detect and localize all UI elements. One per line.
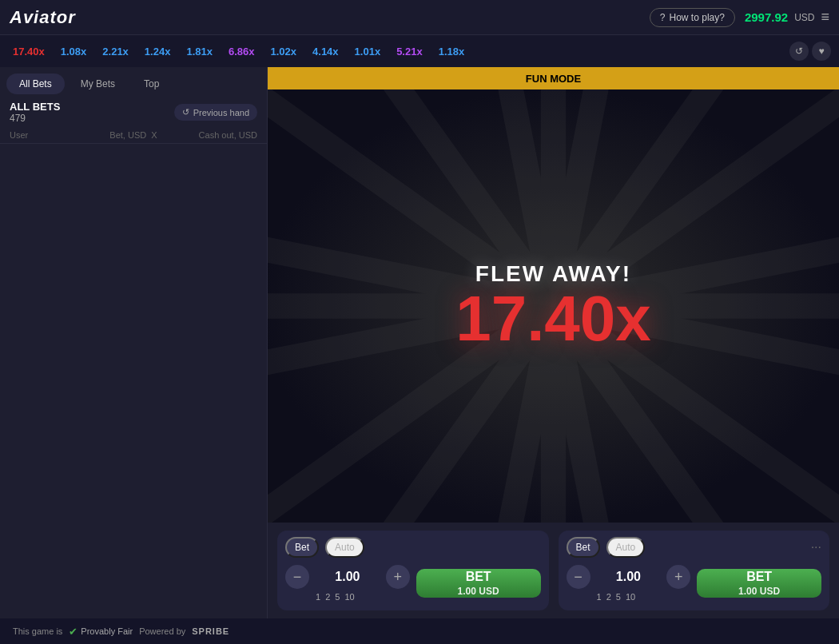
how-to-play-button[interactable]: ? How to play?	[650, 8, 735, 27]
decrease-bet-2[interactable]: −	[567, 565, 590, 589]
bet-button-2[interactable]: BET 1.00 USD	[697, 569, 821, 598]
multiplier-value[interactable]: 4.14x	[308, 44, 344, 59]
question-icon: ?	[660, 12, 666, 23]
multiplier-value[interactable]: 1.01x	[350, 44, 386, 59]
tab-bet-2[interactable]: Bet	[567, 537, 600, 558]
fun-mode-banner: FUN MODE	[268, 67, 839, 89]
tab-all-bets[interactable]: All Bets	[6, 74, 65, 94]
bet-amount-value-1: 1.00	[316, 570, 380, 584]
footer: This game is ✔ Provably Fair Powered by …	[0, 618, 839, 644]
bets-count: 479	[10, 113, 60, 124]
multiplier-value[interactable]: 1.18x	[434, 44, 470, 59]
quick-1-1[interactable]: 1	[316, 592, 320, 602]
bets-columns: User Bet, USD X Cash out, USD	[0, 127, 267, 144]
tab-bet-1[interactable]: Bet	[285, 537, 319, 558]
bet-label-1: BET	[466, 569, 491, 586]
tab-auto-1[interactable]: Auto	[325, 537, 364, 558]
bets-title: ALL BETS	[10, 101, 60, 113]
refresh-icon: ↺	[182, 107, 189, 117]
bet-usd-1: 1.00 USD	[458, 586, 499, 598]
shield-icon: ✔	[69, 626, 78, 638]
provably-fair-badge: ✔ Provably Fair	[69, 626, 133, 638]
history-icon[interactable]: ↺	[789, 42, 809, 61]
logo-text: Aviator	[10, 7, 76, 27]
bet-amount-value-2: 1.00	[597, 570, 661, 584]
quick-2-2[interactable]: 2	[606, 592, 611, 602]
flew-away-multiplier: 17.40x	[455, 287, 651, 351]
bets-tabs: All Bets My Bets Top	[0, 67, 267, 94]
footer-powered-by: Powered by	[139, 626, 185, 636]
bet-tabs-1: Bet Auto	[285, 537, 541, 558]
multiplier-value[interactable]: 2.21x	[97, 44, 133, 59]
quick-10-1[interactable]: 10	[344, 592, 354, 602]
quick-5-1[interactable]: 5	[335, 592, 340, 602]
betting-controls: Bet Auto − 1.00 + 1 2 5	[268, 523, 839, 618]
multiplier-value[interactable]: 17.40x	[8, 44, 50, 59]
multiplier-value[interactable]: 6.86x	[224, 44, 260, 59]
decrease-bet-1[interactable]: −	[285, 565, 309, 589]
heart-icon[interactable]: ♥	[812, 42, 831, 61]
bet-row-bottom-2: − 1.00 + 1 2 5 10 BET 1.00 USD	[567, 563, 822, 604]
bets-list	[0, 144, 267, 618]
bet-amount-row-1: − 1.00 +	[285, 565, 410, 589]
multiplier-value[interactable]: 1.81x	[181, 44, 217, 59]
bet-amount-row-2: − 1.00 +	[567, 565, 691, 589]
prev-hand-label: Previous hand	[193, 108, 249, 117]
header: Aviator ? How to play? 2997.92 USD ≡	[0, 0, 839, 35]
increase-bet-1[interactable]: +	[386, 565, 410, 589]
game-area: FUN MODE	[268, 67, 839, 618]
bets-header: ALL BETS 479 ↺ Previous hand	[0, 94, 267, 127]
multiplier-value[interactable]: 5.21x	[392, 44, 427, 59]
tab-top[interactable]: Top	[131, 74, 172, 94]
how-to-play-label: How to play?	[670, 12, 725, 23]
tab-auto-2[interactable]: Auto	[606, 537, 646, 558]
quick-amounts-1: 1 2 5 10	[285, 592, 410, 602]
col-user: User	[10, 130, 92, 140]
flew-away-container: FLEW AWAY! 17.40x	[455, 261, 651, 351]
game-canvas: FLEW AWAY! 17.40x	[268, 89, 839, 523]
multiplier-bar: 17.40x1.08x2.21x1.24x1.81x6.86x1.02x4.14…	[0, 35, 839, 67]
menu-icon[interactable]: ≡	[821, 9, 829, 26]
col-cashout: Cash out, USD	[175, 130, 257, 140]
fun-mode-text: FUN MODE	[526, 73, 581, 85]
balance-value: 2997.92	[745, 10, 788, 24]
logo: Aviator	[10, 7, 76, 28]
bet-usd-2: 1.00 USD	[738, 586, 780, 598]
bet-panel-1: Bet Auto − 1.00 + 1 2 5	[277, 531, 549, 610]
multiplier-value[interactable]: 1.08x	[56, 44, 92, 59]
quick-10-2[interactable]: 10	[626, 592, 635, 602]
bets-title-group: ALL BETS 479	[10, 101, 60, 124]
panel-options-icon[interactable]: ···	[811, 540, 821, 555]
tab-my-bets[interactable]: My Bets	[68, 74, 128, 94]
increase-bet-2[interactable]: +	[666, 565, 690, 589]
quick-2-1[interactable]: 2	[325, 592, 330, 602]
quick-1-2[interactable]: 1	[597, 592, 602, 602]
bet-row-bottom-1: − 1.00 + 1 2 5 10 BET 1.00 USD	[285, 563, 541, 604]
bet-label-2: BET	[746, 569, 772, 586]
previous-hand-button[interactable]: ↺ Previous hand	[174, 104, 257, 121]
quick-5-2[interactable]: 5	[616, 592, 621, 602]
bet-panel-2: Bet Auto ··· − 1.00 + 1 2 5	[559, 531, 830, 610]
quick-amounts-2: 1 2 5 10	[567, 592, 691, 602]
balance-currency: USD	[794, 12, 814, 23]
multiplier-controls: ↺ ♥	[789, 42, 831, 61]
left-panel: All Bets My Bets Top ALL BETS 479 ↺ Prev…	[0, 67, 268, 618]
spribe-label: SPRIBE	[192, 626, 229, 636]
provably-fair-label: Provably Fair	[81, 626, 133, 636]
col-bet: Bet, USD X	[92, 130, 174, 140]
multiplier-value[interactable]: 1.24x	[140, 44, 176, 59]
footer-prefix: This game is	[13, 626, 62, 636]
main-layout: All Bets My Bets Top ALL BETS 479 ↺ Prev…	[0, 67, 839, 618]
bet-tabs-2: Bet Auto ···	[567, 537, 822, 558]
multiplier-value[interactable]: 1.02x	[266, 44, 302, 59]
bet-button-1[interactable]: BET 1.00 USD	[416, 569, 541, 598]
